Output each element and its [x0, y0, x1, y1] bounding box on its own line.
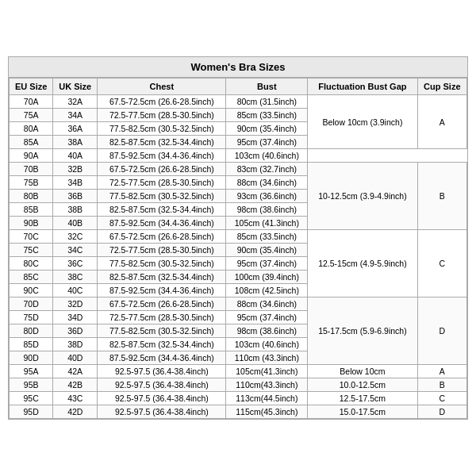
- cell-bust: 85cm (33.5inch): [226, 230, 308, 244]
- cell-cup: A: [417, 95, 466, 149]
- cell-chest: 72.5-77.5cm (28.5-30.5inch): [98, 311, 226, 324]
- cell-uk: 40A: [53, 149, 98, 163]
- cell-uk: 32B: [53, 163, 98, 176]
- cell-uk: 34C: [53, 244, 98, 257]
- cell-chest: 87.5-92.5cm (34.4-36.4inch): [98, 351, 226, 365]
- cell-uk: 36A: [53, 122, 98, 136]
- cell-bust: 105cm (41.3inch): [226, 217, 308, 230]
- cell-fluctuation: 12.5-15cm (4.9-5.9inch): [308, 230, 417, 298]
- cell-chest: 92.5-97.5 (36.4-38.4inch): [98, 378, 226, 392]
- cell-chest: 87.5-92.5cm (34.4-36.4inch): [98, 284, 226, 298]
- cell-uk: 34D: [53, 311, 98, 324]
- cell-eu: 90B: [10, 217, 53, 230]
- cell-chest: 77.5-82.5cm (30.5-32.5inch): [98, 257, 226, 271]
- cell-fluctuation: 10-12.5cm (3.9-4.9inch): [308, 163, 417, 230]
- cell-eu: 85D: [10, 338, 53, 351]
- header-chest: Chest: [98, 79, 226, 95]
- cell-fluctuation: 15-17.5cm (5.9-6.9inch): [308, 298, 417, 365]
- cell-uk: 40B: [53, 217, 98, 230]
- cell-chest: 82.5-87.5cm (32.5-34.4inch): [98, 338, 226, 351]
- cell-cup: D: [417, 405, 466, 419]
- cell-bust: 105cm(41.3inch): [226, 365, 308, 378]
- cell-bust: 95cm (37.4inch): [226, 311, 308, 324]
- cell-uk: 43C: [53, 392, 98, 405]
- cell-chest: 72.5-77.5cm (28.5-30.5inch): [98, 176, 226, 190]
- cell-uk: 42A: [53, 365, 98, 378]
- cell-chest: 67.5-72.5cm (26.6-28.5inch): [98, 163, 226, 176]
- cell-bust: 110cm (43.3inch): [226, 351, 308, 365]
- cell-eu: 75C: [10, 244, 53, 257]
- cell-bust: 100cm (39.4inch): [226, 271, 308, 284]
- cell-eu: 80A: [10, 122, 53, 136]
- cell-chest: 72.5-77.5cm (28.5-30.5inch): [98, 109, 226, 122]
- cell-uk: 40D: [53, 351, 98, 365]
- cell-uk: 38A: [53, 136, 98, 149]
- cell-uk: 32D: [53, 298, 98, 311]
- cell-chest: 82.5-87.5cm (32.5-34.4inch): [98, 271, 226, 284]
- cell-eu: 70C: [10, 230, 53, 244]
- cell-bust: 98cm (38.6inch): [226, 203, 308, 217]
- cell-bust: 110cm(43.3inch): [226, 378, 308, 392]
- cell-chest: 77.5-82.5cm (30.5-32.5inch): [98, 324, 226, 338]
- cell-eu: 70D: [10, 298, 53, 311]
- bra-size-table: Women's Bra Sizes EU Size UK Size Chest …: [8, 56, 468, 420]
- cell-uk: 32A: [53, 95, 98, 109]
- cell-cup: C: [417, 392, 466, 405]
- cell-bust: 113cm(44.5inch): [226, 392, 308, 405]
- cell-chest: 92.5-97.5 (36.4-38.4inch): [98, 365, 226, 378]
- cell-eu: 75B: [10, 176, 53, 190]
- cell-eu: 80C: [10, 257, 53, 271]
- cell-chest: 87.5-92.5cm (34.4-36.4inch): [98, 149, 226, 163]
- cell-chest: 72.5-77.5cm (28.5-30.5inch): [98, 244, 226, 257]
- cell-eu: 75D: [10, 311, 53, 324]
- cell-uk: 42D: [53, 405, 98, 419]
- cell-chest: 87.5-92.5cm (34.4-36.4inch): [98, 217, 226, 230]
- cell-chest: 82.5-87.5cm (32.5-34.4inch): [98, 136, 226, 149]
- cell-eu: 95D: [10, 405, 53, 419]
- cell-eu: 90C: [10, 284, 53, 298]
- cell-bust: 103cm (40.6inch): [226, 149, 308, 163]
- cell-uk: 38D: [53, 338, 98, 351]
- cell-uk: 34A: [53, 109, 98, 122]
- cell-eu: 95A: [10, 365, 53, 378]
- cell-bust: 103cm (40.6inch): [226, 338, 308, 351]
- cell-eu: 80D: [10, 324, 53, 338]
- cell-fluctuation: 10.0-12.5cm: [308, 378, 417, 392]
- cell-chest: 67.5-72.5cm (26.6-28.5inch): [98, 298, 226, 311]
- cell-fluctuation: 15.0-17.5cm: [308, 405, 417, 419]
- cell-chest: 92.5-97.5 (36.4-38.4inch): [98, 392, 226, 405]
- cell-bust: 115cm(45.3inch): [226, 405, 308, 419]
- table-title: Women's Bra Sizes: [9, 57, 467, 78]
- cell-uk: 42B: [53, 378, 98, 392]
- cell-bust: 95cm (37.4inch): [226, 257, 308, 271]
- cell-eu: 95B: [10, 378, 53, 392]
- cell-bust: 88cm (34.6inch): [226, 176, 308, 190]
- cell-eu: 85A: [10, 136, 53, 149]
- header-cup: Cup Size: [417, 79, 466, 95]
- cell-uk: 38B: [53, 203, 98, 217]
- cell-uk: 38C: [53, 271, 98, 284]
- cell-bust: 88cm (34.6inch): [226, 298, 308, 311]
- cell-eu: 90D: [10, 351, 53, 365]
- cell-eu: 80B: [10, 190, 53, 203]
- cell-uk: 36B: [53, 190, 98, 203]
- cell-chest: 77.5-82.5cm (30.5-32.5inch): [98, 190, 226, 203]
- cell-cup: B: [417, 163, 466, 230]
- cell-cup: D: [417, 298, 466, 365]
- cell-bust: 93cm (36.6inch): [226, 190, 308, 203]
- cell-bust: 85cm (33.5inch): [226, 109, 308, 122]
- header-fluctuation: Fluctuation Bust Gap: [308, 79, 417, 95]
- cell-fluctuation: 12.5-17.5cm: [308, 392, 417, 405]
- cell-cup: A: [417, 365, 466, 378]
- cell-bust: 98cm (38.6inch): [226, 324, 308, 338]
- cell-cup: C: [417, 230, 466, 298]
- cell-uk: 32C: [53, 230, 98, 244]
- cell-bust: 90cm (35.4inch): [226, 122, 308, 136]
- cell-chest: 67.5-72.5cm (26.6-28.5inch): [98, 230, 226, 244]
- cell-bust: 80cm (31.5inch): [226, 95, 308, 109]
- cell-chest: 67.5-72.5cm (26.6-28.5inch): [98, 95, 226, 109]
- header-bust: Bust: [226, 79, 308, 95]
- cell-eu: 70A: [10, 95, 53, 109]
- header-uk-size: UK Size: [53, 79, 98, 95]
- cell-bust: 83cm (32.7inch): [226, 163, 308, 176]
